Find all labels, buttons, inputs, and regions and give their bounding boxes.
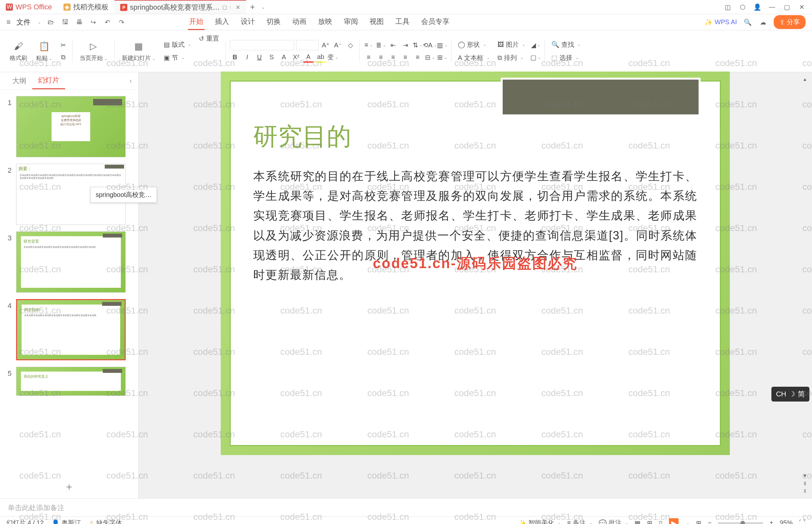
shape-button[interactable]: ◯ 形状⌄: [455, 39, 492, 50]
tab-member[interactable]: 会员专享: [420, 14, 451, 30]
app-tab-wps[interactable]: W WPS Office: [0, 0, 58, 14]
select-button[interactable]: ⬚ 选择⌄: [549, 52, 583, 64]
comments-button[interactable]: 💬 批注⌄: [599, 519, 628, 524]
cube-icon[interactable]: ⬡: [739, 3, 746, 11]
next-slide-icon[interactable]: ⊼: [801, 487, 809, 495]
zoom-thumb[interactable]: [741, 521, 745, 524]
layout-button[interactable]: ▤ 版式⌄: [161, 39, 194, 50]
thumbnail-slide-3[interactable]: 研究背景 文本内容文本内容文本内容文本内容文本内容文本内容文本内容文本内容: [16, 231, 126, 293]
thumbnail-slide-1[interactable]: springboot高校竞赛管理系统的设计与实现 PPT: [16, 96, 126, 157]
smart-beautify-button[interactable]: ✨ 智能美化⌄: [518, 519, 561, 524]
notes-area[interactable]: 单击此处添加备注: [0, 498, 812, 516]
align-v-button[interactable]: ⊟⌄: [425, 52, 435, 63]
align-right-button[interactable]: ≡: [388, 52, 398, 63]
zoom-in-button[interactable]: +: [769, 519, 773, 524]
tab-tools[interactable]: 工具: [394, 14, 411, 30]
find-button[interactable]: 🔍 查找⌄: [549, 39, 583, 50]
thumbnail-item[interactable]: 1 springboot高校竞赛管理系统的设计与实现 PPT: [4, 96, 134, 157]
from-current-button[interactable]: ▷ 当页开始⌄: [76, 39, 111, 64]
shape-outline-icon[interactable]: ▢⌄: [530, 52, 541, 63]
new-tab-button[interactable]: +: [246, 2, 259, 12]
thumbnail-item[interactable]: 4 研究目的 文本内容文本内容文本内容文本内容文本内容文本内容文本内容文本内容: [4, 299, 134, 360]
align-left-button[interactable]: ≡: [363, 52, 374, 63]
text-effects-button[interactable]: A: [279, 52, 289, 63]
missing-font-warning[interactable]: ⚠ 缺失字体: [88, 519, 122, 524]
cloud-sync-icon[interactable]: ☁: [758, 17, 768, 27]
add-slide-button[interactable]: +: [0, 476, 138, 498]
slideshow-dropdown[interactable]: ⌄: [686, 521, 690, 524]
maximize-button[interactable]: ▢: [783, 3, 791, 11]
slideshow-button[interactable]: ▶: [669, 518, 679, 524]
strikethrough-button[interactable]: S: [266, 52, 277, 63]
grid-icon[interactable]: ⊞: [696, 519, 701, 524]
tab-transition[interactable]: 切换: [265, 14, 282, 30]
align-center-button[interactable]: ≡: [376, 52, 386, 63]
increase-indent-button[interactable]: ⇥: [400, 40, 411, 50]
thumbnail-slide-5[interactable]: 系统的研究意义: [16, 367, 126, 396]
italic-button[interactable]: I: [242, 52, 252, 63]
columns-button[interactable]: ▥⌄: [437, 40, 447, 50]
thumbnail-item[interactable]: 5 系统的研究意义: [4, 367, 134, 396]
arrange-button[interactable]: ⧉ 排列⌄: [495, 52, 528, 64]
save-icon[interactable]: 🖫: [60, 17, 70, 27]
tab-list-dropdown[interactable]: ⌄: [259, 4, 268, 10]
tab-menu-icon[interactable]: ⁝: [230, 5, 231, 10]
menu-icon[interactable]: ≡: [6, 18, 11, 27]
scroll-track[interactable]: [801, 83, 809, 472]
zoom-out-button[interactable]: −: [708, 519, 712, 524]
notes-toggle-button[interactable]: ≡ 备注⌄: [567, 519, 592, 524]
textbox-button[interactable]: A 文本框⌄: [455, 52, 492, 64]
file-menu-button[interactable]: 文件: [14, 16, 33, 28]
underline-button[interactable]: U: [254, 52, 265, 63]
justify-button[interactable]: ≡: [400, 52, 411, 63]
thumbnail-slide-4[interactable]: 研究目的 文本内容文本内容文本内容文本内容文本内容文本内容文本内容文本内容: [16, 299, 126, 360]
tab-insert[interactable]: 插入: [214, 14, 230, 30]
slide-counter[interactable]: 幻灯片 4 / 12: [6, 519, 44, 524]
copy-icon[interactable]: ⧉: [58, 52, 68, 63]
vertical-scrollbar[interactable]: ▲ ▼ ⊻ ⊼: [801, 76, 809, 495]
cut-icon[interactable]: ✂: [58, 40, 68, 50]
bold-button[interactable]: B: [230, 52, 240, 63]
redo-icon[interactable]: ↷: [117, 17, 127, 27]
text-direction-button[interactable]: ⟲A⌄: [425, 40, 435, 50]
tab-slideshow[interactable]: 放映: [317, 14, 333, 30]
clear-format-icon[interactable]: ◇: [345, 40, 355, 50]
slide-main[interactable]: 研究目的 本系统研究的目的在于线上高校竞赛管理可以方便学生查看学生报名、学生打卡…: [221, 71, 730, 455]
numbering-button[interactable]: ≣⌄: [376, 40, 386, 50]
slide-canvas[interactable]: 研究目的 本系统研究的目的在于线上高校竞赛管理可以方便学生查看学生报名、学生打卡…: [138, 72, 812, 498]
highlight-button[interactable]: ab: [315, 52, 326, 63]
normal-view-icon[interactable]: ▦: [634, 519, 641, 524]
bullets-button[interactable]: ≡⌄: [363, 40, 374, 50]
smartart-button[interactable]: ⊞⌄: [437, 52, 447, 63]
window-layout-icon[interactable]: ◫: [724, 3, 731, 11]
paste-button[interactable]: 📋 粘贴⌄: [33, 39, 55, 64]
new-slide-button[interactable]: ▦ 新建幻灯片⌄: [119, 39, 159, 64]
app-tab-template[interactable]: ◆ 找稻壳模板: [58, 0, 114, 14]
decrease-font-icon[interactable]: A⁻: [333, 40, 343, 50]
tab-animation[interactable]: 动画: [291, 14, 308, 30]
font-family-select[interactable]: [230, 40, 294, 50]
wps-ai-button[interactable]: ✨ WPS AI: [705, 18, 737, 26]
picture-button[interactable]: 🖼 图片⌄: [495, 39, 528, 50]
open-icon[interactable]: 🗁: [46, 17, 56, 27]
author-info[interactable]: 👤 奥斯汀: [52, 519, 81, 524]
reading-view-icon[interactable]: ▯: [659, 519, 662, 524]
search-icon[interactable]: 🔍: [743, 17, 752, 27]
fit-window-icon[interactable]: ⛶: [799, 519, 806, 524]
font-size-select[interactable]: [296, 40, 319, 50]
minimize-button[interactable]: —: [768, 3, 776, 11]
zoom-level[interactable]: 95%: [780, 519, 793, 524]
avatar-icon[interactable]: 👤: [753, 3, 761, 11]
outline-tab[interactable]: 大纲: [6, 73, 32, 89]
share-button[interactable]: ⇪ 分享: [774, 15, 806, 29]
font-color-button[interactable]: A: [303, 52, 314, 63]
section-button[interactable]: ▣ 节⌄: [161, 52, 187, 64]
increase-font-icon[interactable]: A⁺: [320, 40, 331, 50]
prev-slide-icon[interactable]: ⊻: [801, 479, 809, 487]
tab-view[interactable]: 视图: [368, 14, 385, 30]
distribute-button[interactable]: ≡: [412, 52, 423, 63]
shape-fill-icon[interactable]: ◢⌄: [530, 40, 541, 50]
change-case-button[interactable]: 变⌄: [328, 52, 338, 63]
app-tab-document[interactable]: P springboot高校竞赛管理系… ▢ ⁝ ✕: [114, 0, 246, 14]
zoom-slider[interactable]: [718, 522, 763, 524]
